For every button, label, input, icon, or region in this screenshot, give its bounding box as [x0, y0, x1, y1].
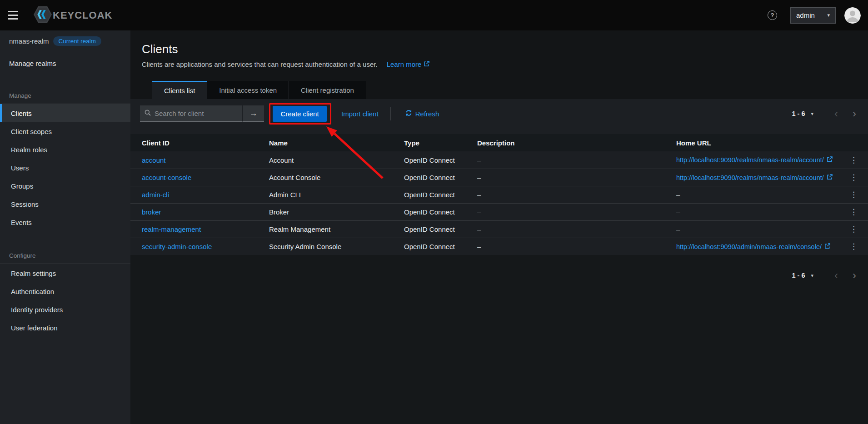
search-input-wrap [140, 105, 242, 122]
pagination-prev-icon[interactable]: ‹ [834, 108, 838, 119]
table-row: account Account OpenID Connect – http://… [130, 151, 868, 169]
pagination-caret-icon[interactable]: ▾ [811, 273, 813, 279]
external-link-icon [824, 243, 830, 250]
masthead: KEYCLOAK ? admin ▾ [0, 0, 868, 30]
client-name: Account Console [269, 174, 404, 181]
pagination-top: 1 - 6 ▾ ‹ › [792, 108, 856, 119]
learn-more-label: Learn more [387, 60, 422, 68]
client-type: OpenID Connect [404, 243, 477, 250]
external-link-icon [424, 60, 429, 68]
sidebar: nmaas-realm Current realm Manage realms … [0, 30, 130, 424]
tab-client-registration[interactable]: Client registration [289, 81, 366, 99]
home-url-link[interactable]: http://localhost:9090/realms/nmaas-realm… [676, 156, 824, 164]
search-submit-button[interactable]: → [242, 105, 264, 122]
table-row: broker Broker OpenID Connect – – ⋮ [130, 203, 868, 220]
user-menu-label: admin [796, 11, 815, 19]
client-type: OpenID Connect [404, 225, 477, 233]
sidebar-item-realm-settings[interactable]: Realm settings [0, 264, 130, 282]
client-id-link[interactable]: account [142, 156, 269, 164]
sidebar-item-events[interactable]: Events [0, 213, 130, 231]
sidebar-item-realm-roles[interactable]: Realm roles [0, 140, 130, 159]
kebab-menu-icon[interactable]: ⋮ [847, 155, 860, 165]
help-icon[interactable]: ? [768, 10, 777, 20]
sidebar-item-users[interactable]: Users [0, 159, 130, 177]
client-name: Admin CLI [269, 191, 404, 199]
external-link-icon [827, 174, 833, 181]
search-group: → [140, 105, 264, 122]
refresh-link[interactable]: Refresh [405, 110, 439, 118]
sidebar-item-user-federation[interactable]: User federation [0, 319, 130, 337]
clients-panel: → Create client Import client Refresh [130, 99, 868, 255]
client-type: OpenID Connect [404, 208, 477, 216]
client-name: Broker [269, 208, 404, 216]
sidebar-item-groups[interactable]: Groups [0, 177, 130, 195]
client-type: OpenID Connect [404, 174, 477, 181]
page-title: Clients [142, 42, 868, 56]
client-id-link[interactable]: realm-management [142, 225, 269, 233]
pagination-prev-icon[interactable]: ‹ [834, 270, 838, 281]
realm-name: nmaas-realm [9, 37, 49, 45]
sidebar-item-manage-realms[interactable]: Manage realms [0, 52, 130, 74]
client-description: – [477, 225, 676, 233]
col-description: Description [477, 139, 676, 147]
external-link-icon [827, 156, 833, 164]
clients-table: Client ID Name Type Description Home URL… [130, 134, 868, 255]
home-url-empty: – [676, 208, 839, 216]
sidebar-item-identity-providers[interactable]: Identity providers [0, 300, 130, 319]
tab-initial-access-token[interactable]: Initial access token [207, 81, 289, 99]
client-type: OpenID Connect [404, 156, 477, 164]
chevron-down-icon: ▾ [827, 12, 830, 18]
pagination-caret-icon[interactable]: ▾ [811, 111, 813, 117]
client-description: – [477, 208, 676, 216]
client-name: Account [269, 156, 404, 164]
search-input[interactable] [155, 110, 242, 117]
panel-footer: 1 - 6 ▾ ‹ › [130, 255, 868, 424]
client-description: – [477, 191, 676, 199]
table-row: realm-management Realm Management OpenID… [130, 220, 868, 238]
import-client-link[interactable]: Import client [341, 110, 379, 118]
create-client-button[interactable]: Create client [273, 106, 327, 122]
kebab-menu-icon[interactable]: ⋮ [847, 242, 860, 251]
table-row: security-admin-console Security Admin Co… [130, 238, 868, 255]
home-url-link[interactable]: http://localhost:9090/realms/nmaas-realm… [676, 174, 824, 181]
sidebar-section-configure: Configure [0, 252, 130, 264]
keycloak-logo[interactable]: KEYCLOAK [34, 5, 112, 25]
divider [390, 107, 391, 120]
kebab-menu-icon[interactable]: ⋮ [847, 190, 860, 200]
pagination-next-icon[interactable]: › [853, 108, 856, 119]
col-name: Name [269, 139, 404, 147]
client-id-link[interactable]: security-admin-console [142, 243, 269, 250]
client-type: OpenID Connect [404, 191, 477, 199]
sidebar-item-clients[interactable]: Clients [0, 104, 130, 122]
sidebar-item-authentication[interactable]: Authentication [0, 282, 130, 300]
kebab-menu-icon[interactable]: ⋮ [847, 207, 860, 217]
col-client-id: Client ID [142, 139, 269, 147]
learn-more-link[interactable]: Learn more [387, 60, 430, 68]
home-url-link[interactable]: http://localhost:9090/admin/nmaas-realm/… [676, 243, 822, 250]
pagination-range: 1 - 6 [792, 272, 805, 279]
main-content: Clients Clients are applications and ser… [130, 30, 868, 424]
client-id-link[interactable]: broker [142, 208, 269, 216]
kebab-menu-icon[interactable]: ⋮ [847, 173, 860, 182]
sidebar-item-client-scopes[interactable]: Client scopes [0, 122, 130, 140]
client-description: – [477, 156, 676, 164]
client-id-link[interactable]: account-console [142, 174, 269, 181]
client-description: – [477, 243, 676, 250]
refresh-icon [405, 110, 412, 118]
user-menu-dropdown[interactable]: admin ▾ [790, 7, 836, 24]
page-header: Clients Clients are applications and ser… [130, 30, 868, 99]
home-url-empty: – [676, 191, 839, 199]
pagination-next-icon[interactable]: › [853, 270, 856, 281]
tab-clients-list[interactable]: Clients list [152, 81, 207, 99]
search-icon [145, 110, 151, 118]
avatar[interactable] [844, 7, 861, 24]
client-id-link[interactable]: admin-cli [142, 191, 269, 199]
kebab-menu-icon[interactable]: ⋮ [847, 224, 860, 234]
col-home-url: Home URL [676, 139, 839, 147]
current-realm-badge: Current realm [53, 36, 102, 46]
sidebar-item-sessions[interactable]: Sessions [0, 195, 130, 213]
hamburger-menu-icon[interactable] [8, 11, 20, 20]
pagination-bottom: 1 - 6 ▾ ‹ › [792, 270, 856, 281]
realm-selector[interactable]: nmaas-realm Current realm [0, 30, 130, 52]
client-name: Security Admin Console [269, 243, 404, 250]
